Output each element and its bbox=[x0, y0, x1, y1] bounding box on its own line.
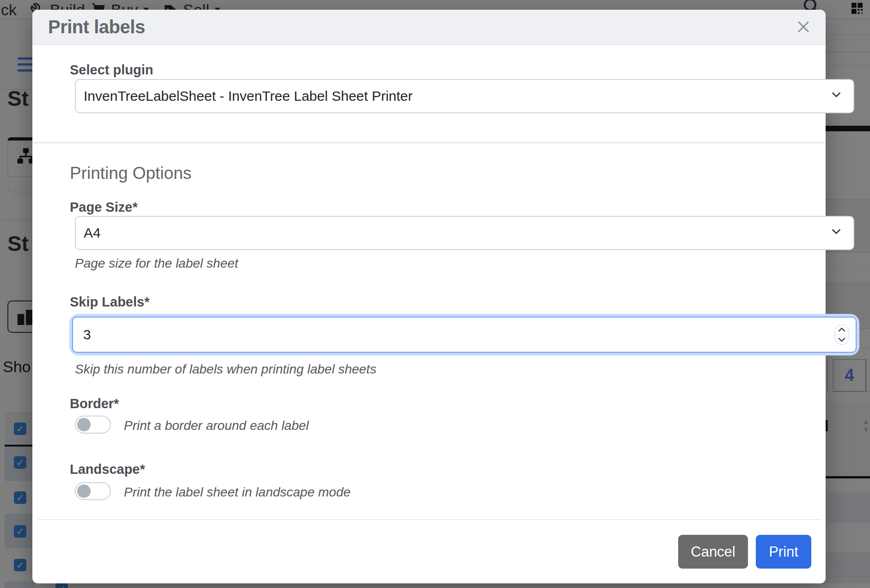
close-icon[interactable] bbox=[793, 17, 814, 37]
page-size-help: Page size for the label sheet bbox=[75, 256, 238, 271]
print-labels-modal: Print labels Select plugin InvenTreeLabe… bbox=[32, 10, 826, 583]
landscape-label: Landscape* bbox=[70, 462, 145, 477]
page-size-select[interactable]: A4 bbox=[75, 216, 854, 250]
landscape-help: Print the label sheet in landscape mode bbox=[124, 485, 350, 500]
plugin-field-label: Select plugin bbox=[70, 62, 153, 78]
plugin-select-value: InvenTreeLabelSheet - InvenTree Label Sh… bbox=[84, 88, 413, 104]
chevron-down-icon bbox=[829, 88, 843, 105]
footer-divider bbox=[37, 519, 821, 520]
border-help: Print a border around each label bbox=[124, 418, 309, 433]
chevron-down-icon bbox=[829, 225, 843, 242]
form-divider bbox=[32, 142, 826, 143]
stepper-down-icon[interactable] bbox=[835, 335, 849, 345]
page-size-select-value: A4 bbox=[84, 225, 101, 241]
skip-labels-label: Skip Labels* bbox=[70, 294, 149, 310]
modal-header: Print labels bbox=[32, 10, 826, 45]
print-button[interactable]: Print bbox=[756, 535, 811, 569]
skip-labels-input[interactable] bbox=[72, 317, 857, 353]
border-label: Border* bbox=[70, 396, 119, 411]
skip-labels-field bbox=[72, 317, 857, 353]
landscape-toggle[interactable] bbox=[75, 482, 111, 500]
modal-title: Print labels bbox=[48, 17, 145, 37]
cancel-button[interactable]: Cancel bbox=[678, 535, 748, 569]
skip-labels-help: Skip this number of labels when printing… bbox=[75, 362, 376, 377]
printing-options-heading: Printing Options bbox=[70, 164, 191, 183]
plugin-select[interactable]: InvenTreeLabelSheet - InvenTree Label Sh… bbox=[75, 79, 854, 113]
number-stepper bbox=[834, 325, 849, 345]
stepper-up-icon[interactable] bbox=[835, 325, 849, 335]
border-toggle[interactable] bbox=[75, 416, 111, 434]
page-size-label: Page Size* bbox=[70, 200, 138, 215]
